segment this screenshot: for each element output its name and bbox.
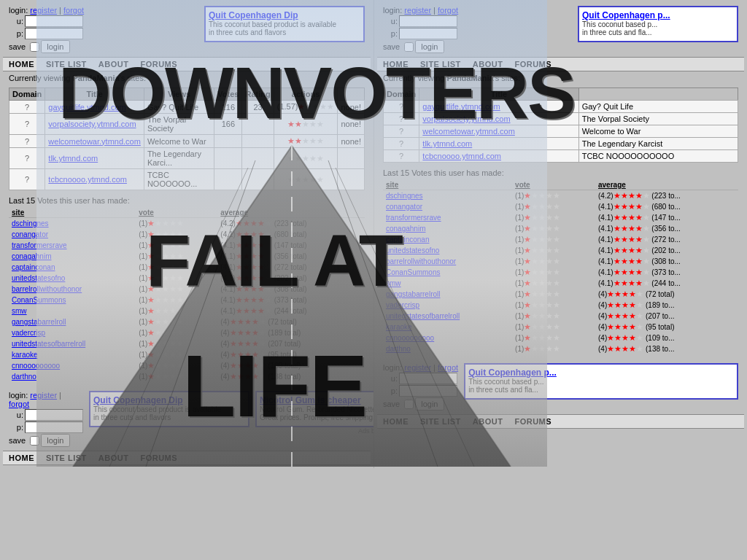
right-vote-val: (1)★★★★★ xyxy=(512,190,595,202)
right-vote-site[interactable]: captainconan xyxy=(383,234,512,245)
nav-about-left[interactable]: ABOUT xyxy=(98,60,129,69)
left-vote-row: transformersrave (1)★★★★★ (4.1)★★★★★ (14… xyxy=(9,240,365,251)
password-input-right[interactable] xyxy=(399,28,457,39)
right-vote-val: (1)★★★★★ xyxy=(512,245,595,256)
login-button-right[interactable]: login xyxy=(415,40,444,53)
vote-site[interactable]: dschingnes xyxy=(9,218,136,230)
right-vote-row: unitedstatesofno (1)★★★★★ (4.1)★★★★★ (20… xyxy=(383,245,738,256)
bottom-login-btn-left[interactable]: login xyxy=(41,434,69,447)
left-nav-bar: HOME SITE LIST ABOUT FORUMS xyxy=(3,57,371,71)
domain-cell[interactable]: welcometowar.ytmnd.com xyxy=(45,135,144,148)
vote-site[interactable]: conangator xyxy=(9,229,136,240)
right-domain-cell[interactable]: tcbcnoooo.ytmnd.com xyxy=(419,150,578,163)
vote-val: (1)★★★★★ xyxy=(136,349,217,360)
nav-sitelist-right[interactable]: SITE LIST xyxy=(420,60,461,69)
nav-forums-left[interactable]: FORUMS xyxy=(140,60,177,69)
vote-site[interactable]: conagahnim xyxy=(9,251,136,262)
bottom-password-left[interactable] xyxy=(25,421,83,433)
vote-site[interactable]: transformersrave xyxy=(9,240,136,251)
vote-site[interactable]: unitedstatesofbarrelroll xyxy=(9,338,136,349)
username-input-right[interactable] xyxy=(399,15,457,27)
right-vote-site[interactable]: smw xyxy=(383,278,512,289)
nav-forums-right[interactable]: FORUMS xyxy=(514,60,551,69)
vote-site[interactable]: karaoke xyxy=(9,349,136,360)
register-link-right[interactable]: register xyxy=(404,6,431,15)
save-checkbox-left[interactable] xyxy=(30,42,39,52)
bottom-save-row-right: save login xyxy=(383,397,458,411)
vote-site[interactable]: unitedstatesofno xyxy=(9,273,136,284)
register-link-left[interactable]: register xyxy=(30,6,57,15)
vote-site[interactable]: darthno xyxy=(9,371,136,382)
right-vote-avg: (4.1)★★★★★ (272 to... xyxy=(595,234,738,245)
vote-site[interactable]: ConanSummons xyxy=(9,295,136,306)
bottom-nav-forums-right[interactable]: FORUMS xyxy=(514,417,551,426)
right-vote-site[interactable]: dschingnes xyxy=(383,190,512,202)
right-vote-site[interactable]: ConanSummons xyxy=(383,267,512,278)
right-domain-cell[interactable]: vorpalsociety.ytmnd.com xyxy=(419,113,578,125)
username-input-left[interactable] xyxy=(25,15,83,27)
bottom-ad2-title[interactable]: Nicotrol Gum is cheaper xyxy=(260,395,361,405)
bottom-nav-home-left[interactable]: HOME xyxy=(9,454,34,462)
bottom-forgot-right[interactable]: forgot xyxy=(438,363,458,372)
vote-site[interactable]: vadercrisp xyxy=(9,327,136,338)
bottom-login-btn-right[interactable]: login xyxy=(415,397,444,411)
right-domain-cell[interactable]: welcometowar.ytmnd.com xyxy=(419,125,578,138)
rvh-average: average xyxy=(595,180,738,190)
vote-val: (1)★★★★★ xyxy=(136,273,217,284)
right-vote-site[interactable]: cnnooooooooo xyxy=(383,332,512,343)
login-button-left[interactable]: login xyxy=(41,40,69,53)
bottom-password-right[interactable] xyxy=(399,385,457,397)
vote-site[interactable]: cnnooooooooo xyxy=(9,360,136,371)
right-vote-site[interactable]: conangator xyxy=(383,201,512,212)
bottom-save-checkbox-right[interactable] xyxy=(404,400,414,409)
right-vote-site[interactable]: darthno xyxy=(383,343,512,354)
password-input-left[interactable] xyxy=(25,28,83,39)
right-vote-row: smw (1)★★★★★ (4.1)★★★★★ (244 to... xyxy=(383,278,738,289)
right-vote-site[interactable]: unitedstatesofbarrelroll xyxy=(383,311,512,322)
bottom-nav-about-left[interactable]: ABOUT xyxy=(98,454,129,462)
bottom-register-left[interactable]: register xyxy=(30,391,57,400)
bottom-save-checkbox-left[interactable] xyxy=(30,436,39,446)
save-checkbox-right[interactable] xyxy=(404,42,414,52)
bottom-username-right[interactable] xyxy=(399,373,457,384)
vote-site[interactable]: smw xyxy=(9,306,136,316)
right-vote-site[interactable]: barrelrollwithouthonor xyxy=(383,256,512,267)
bottom-forgot-left[interactable]: forgot xyxy=(9,400,29,408)
right-vote-site[interactable]: transformersrave xyxy=(383,212,512,223)
nav-sitelist-left[interactable]: SITE LIST xyxy=(46,60,87,69)
right-vote-site[interactable]: conagahnim xyxy=(383,223,512,234)
bottom-nav-sitelist-right[interactable]: SITE LIST xyxy=(420,417,461,426)
col-actions: actions xyxy=(274,88,338,101)
nav-about-right[interactable]: ABOUT xyxy=(473,60,503,69)
right-vote-site[interactable]: gangstabarrelroll xyxy=(383,289,512,300)
bottom-nav-sitelist-left[interactable]: SITE LIST xyxy=(46,454,87,462)
left-sites-table: Domain Title Views Votes Rating actions … xyxy=(9,88,365,190)
right-vote-site[interactable]: vadercrisp xyxy=(383,300,512,311)
nav-home-left[interactable]: HOME xyxy=(9,60,34,69)
nav-home-right[interactable]: HOME xyxy=(383,60,409,69)
domain-cell[interactable]: vorpalsociety.ytmnd.com xyxy=(45,114,144,135)
bottom-nav-home-right[interactable]: HOME xyxy=(383,417,409,426)
vote-avg: (4)★★★★★ (189 total) xyxy=(217,327,365,338)
forgot-link-right[interactable]: forgot xyxy=(438,6,458,15)
vote-site[interactable]: captainconan xyxy=(9,262,136,273)
right-domain-cell[interactable]: gayquitlife.ytmnd.com xyxy=(419,101,578,113)
vote-site[interactable]: gangstabarrelroll xyxy=(9,316,136,327)
right-bottom-ad-title[interactable]: Quit Copenhagen p... xyxy=(468,368,557,378)
right-bottom-ad-line1: This coconut based p... xyxy=(468,378,734,386)
right-vote-site[interactable]: karaoke xyxy=(383,322,512,332)
forgot-link-left[interactable]: forgot xyxy=(63,6,84,15)
bottom-nav-forums-left[interactable]: FORUMS xyxy=(140,454,177,462)
bottom-register-right[interactable]: register xyxy=(404,363,431,372)
domain-cell[interactable]: tlk.ytmnd.com xyxy=(45,148,144,169)
right-ad-title[interactable]: Quit Copenhagen p... xyxy=(582,10,670,20)
right-vote-site[interactable]: unitedstatesofno xyxy=(383,245,512,256)
ad-title-left[interactable]: Quit Copenhagen Dip xyxy=(209,10,298,20)
vote-site[interactable]: barrelrollwithouthonor xyxy=(9,284,136,295)
domain-cell[interactable]: tcbcnoooo.ytmnd.com xyxy=(45,169,144,190)
bottom-ad1-title[interactable]: Quit Copenhagen Dip xyxy=(93,395,183,405)
bottom-username-left[interactable] xyxy=(25,409,83,421)
right-domain-cell[interactable]: tlk.ytmnd.com xyxy=(419,138,578,150)
domain-cell[interactable]: gayquitlife.ytmnd.com xyxy=(45,101,144,114)
bottom-nav-about-right[interactable]: ABOUT xyxy=(473,417,503,426)
